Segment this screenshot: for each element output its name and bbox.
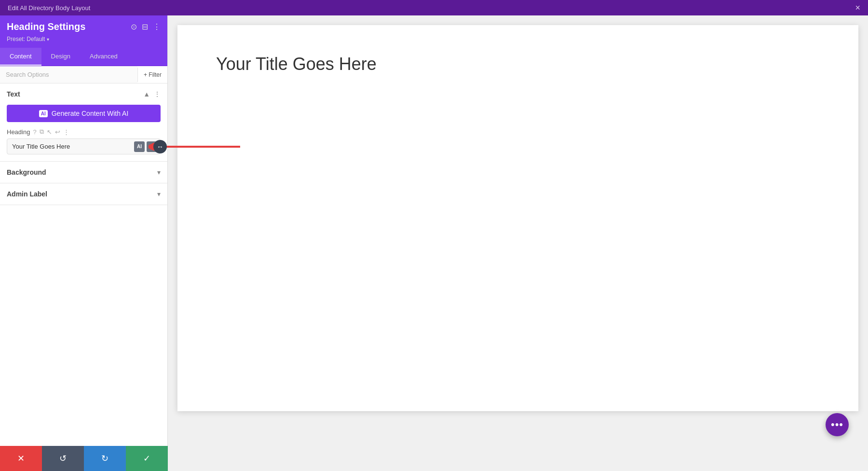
heading-input-wrapper: AI ≡ ↔ bbox=[7, 139, 161, 154]
main-canvas: Your Title Goes Here bbox=[168, 15, 868, 471]
heading-copy-icon[interactable]: ⧉ bbox=[40, 128, 44, 136]
heading-help-icon[interactable]: ? bbox=[33, 128, 36, 136]
section-text-header[interactable]: Text ▲ ⋮ bbox=[0, 83, 167, 105]
sidebar-header-icons: ⊙ ⊟ ⋮ bbox=[131, 22, 161, 31]
section-text-more-icon[interactable]: ⋮ bbox=[154, 90, 161, 98]
heading-field-label: Heading bbox=[7, 128, 30, 136]
sidebar: Heading Settings ⊙ ⊟ ⋮ Preset: Default ▾… bbox=[0, 15, 168, 471]
sidebar-header-top: Heading Settings ⊙ ⊟ ⋮ bbox=[7, 21, 161, 32]
close-button[interactable]: × bbox=[855, 3, 860, 13]
layout-icon[interactable]: ⊟ bbox=[142, 22, 148, 31]
search-input[interactable] bbox=[0, 66, 137, 83]
sidebar-header: Heading Settings ⊙ ⊟ ⋮ Preset: Default ▾ bbox=[0, 15, 167, 48]
heading-settings-title: Heading Settings bbox=[7, 21, 85, 32]
target-icon[interactable]: ⊙ bbox=[131, 22, 137, 31]
heading-field-label-row: Heading ? ⧉ ↖ ↩ ⋮ bbox=[7, 128, 161, 136]
heading-ai-icon[interactable]: AI bbox=[134, 141, 145, 152]
section-text: Text ▲ ⋮ AI Generate Content With AI Hea… bbox=[0, 83, 167, 162]
redo-button[interactable]: ↻ bbox=[84, 446, 126, 471]
heading-input[interactable] bbox=[7, 139, 131, 154]
drag-handle[interactable]: ↔ bbox=[153, 140, 167, 153]
top-bar: Edit All Directory Body Layout × bbox=[0, 0, 868, 15]
sidebar-content: Text ▲ ⋮ AI Generate Content With AI Hea… bbox=[0, 83, 167, 471]
section-text-controls: ▲ ⋮ bbox=[143, 90, 161, 98]
ai-badge: AI bbox=[39, 110, 48, 117]
heading-cursor-icon[interactable]: ↖ bbox=[47, 128, 52, 136]
search-bar: + Filter bbox=[0, 66, 167, 83]
section-text-body: AI Generate Content With AI Heading ? ⧉ … bbox=[0, 105, 167, 161]
canvas-page: Your Title Goes Here bbox=[177, 25, 858, 411]
preset-selector[interactable]: Preset: Default ▾ bbox=[7, 36, 49, 42]
bottom-bar: ✕ ↺ ↻ ✓ bbox=[0, 446, 168, 471]
section-background: Background ▾ bbox=[0, 162, 167, 183]
section-background-controls: ▾ bbox=[157, 168, 161, 176]
heading-undo-icon[interactable]: ↩ bbox=[55, 128, 60, 136]
preset-label: Preset: Default bbox=[7, 36, 45, 42]
top-bar-title: Edit All Directory Body Layout bbox=[8, 4, 90, 12]
chevron-down-icon: ▾ bbox=[157, 168, 161, 176]
admin-chevron-down-icon: ▾ bbox=[157, 190, 161, 198]
fab-button[interactable]: ••• bbox=[826, 413, 849, 436]
ai-button-label: Generate Content With AI bbox=[52, 110, 129, 117]
chevron-up-icon: ▲ bbox=[143, 90, 150, 98]
save-button[interactable]: ✓ bbox=[126, 446, 168, 471]
tab-advanced[interactable]: Advanced bbox=[80, 48, 127, 66]
section-admin-label-title: Admin Label bbox=[7, 190, 47, 198]
section-text-title: Text bbox=[7, 90, 20, 98]
tab-design[interactable]: Design bbox=[41, 48, 80, 66]
heading-more-icon[interactable]: ⋮ bbox=[63, 128, 69, 136]
more-icon[interactable]: ⋮ bbox=[153, 22, 161, 31]
cancel-button[interactable]: ✕ bbox=[0, 446, 42, 471]
section-admin-label-controls: ▾ bbox=[157, 190, 161, 198]
section-admin-label-header[interactable]: Admin Label ▾ bbox=[0, 183, 167, 205]
undo-button[interactable]: ↺ bbox=[42, 446, 84, 471]
preset-caret: ▾ bbox=[47, 37, 49, 42]
tab-content[interactable]: Content bbox=[0, 48, 41, 66]
tabs: Content Design Advanced bbox=[0, 48, 167, 66]
section-admin-label: Admin Label ▾ bbox=[0, 183, 167, 205]
section-background-header[interactable]: Background ▾ bbox=[0, 162, 167, 183]
section-background-title: Background bbox=[7, 168, 46, 176]
filter-button[interactable]: + Filter bbox=[137, 68, 167, 82]
page-heading: Your Title Goes Here bbox=[216, 54, 377, 74]
generate-ai-button[interactable]: AI Generate Content With AI bbox=[7, 105, 161, 122]
